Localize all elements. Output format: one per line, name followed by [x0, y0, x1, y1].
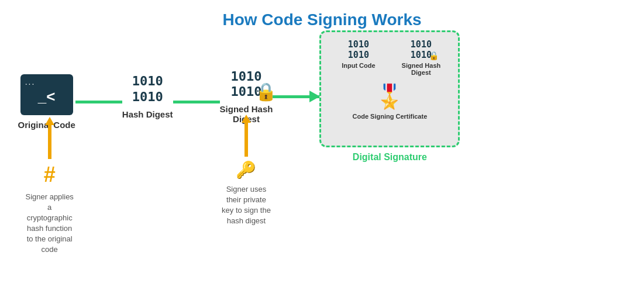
- input-code-binary: 10101010: [348, 39, 369, 60]
- page-title: How Code Signing Works: [0, 0, 644, 29]
- cert-row: 🎖️ Code Signing Certificate: [329, 81, 450, 120]
- sig-lock-icon: 🔒: [429, 51, 439, 60]
- hash-binary: 10101010: [132, 74, 163, 105]
- code-icon-inner: _<: [38, 88, 56, 106]
- digital-sig-label: Digital Signature: [353, 152, 427, 163]
- hash-annotation-text: Signer applies a cryptographic hash func…: [24, 192, 75, 255]
- signed-hash-sig-item: 10101010 🔒 Signed Hash Digest: [392, 39, 450, 76]
- sig-inner-grid: 10101010 Input Code 10101010 🔒 Signed Ha…: [329, 39, 450, 76]
- hash-up-arrow: [48, 124, 51, 159]
- signed-hash-node: 10101010 🔒 Signed HashDigest 🔑 Signer us…: [220, 69, 273, 125]
- arrow-line: [273, 95, 319, 98]
- hash-digest-label: Hash Digest: [122, 109, 173, 119]
- input-code-item: 10101010 Input Code: [329, 39, 387, 76]
- lock-icon: 🔒: [255, 81, 277, 102]
- hash-annotation-section: # Signer applies a cryptographic hash fu…: [24, 124, 75, 255]
- code-icon: _<: [20, 74, 73, 115]
- hash-icon: #: [44, 163, 56, 187]
- cert-label: Code Signing Certificate: [353, 113, 428, 120]
- key-icon: 🔑: [236, 160, 256, 179]
- key-up-arrow: [244, 122, 248, 157]
- digital-sig-box: 10101010 Input Code 10101010 🔒 Signed Ha…: [319, 30, 460, 147]
- diagram-wrapper: _< Original Code # Signer applies a cryp…: [18, 35, 626, 163]
- key-annotation-text: Signer uses their private key to sign th…: [220, 184, 273, 227]
- key-annotation-section: 🔑 Signer uses their private key to sign …: [220, 122, 273, 227]
- original-code-node: _< Original Code # Signer applies a cryp…: [18, 74, 75, 130]
- hash-digest-node: 10101010 Hash Digest: [122, 74, 173, 119]
- cert-icon: 🎖️: [375, 83, 404, 110]
- line-1: [75, 101, 122, 103]
- signed-hash-sig-label: Signed Hash Digest: [392, 62, 450, 76]
- line-2: [173, 101, 220, 103]
- input-code-sig-label: Input Code: [342, 62, 375, 69]
